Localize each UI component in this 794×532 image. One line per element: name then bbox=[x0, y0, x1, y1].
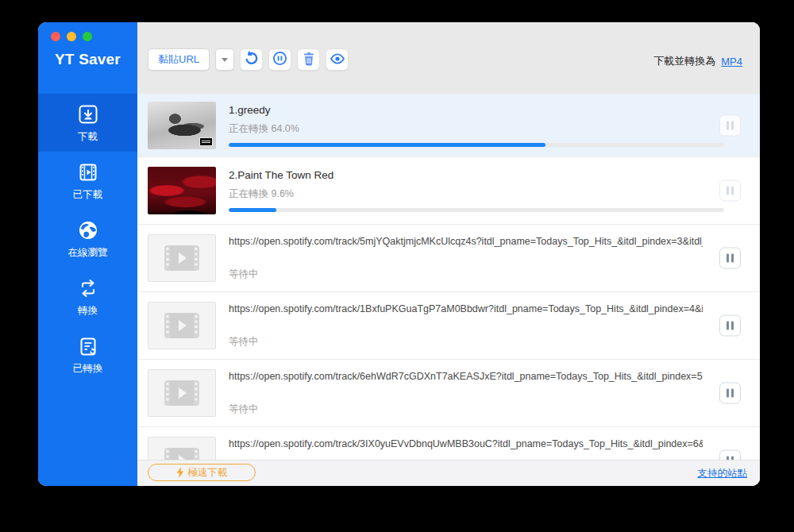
download-row[interactable]: https://open.spotify.com/track/1BxfuPKGu… bbox=[137, 292, 760, 360]
download-icon bbox=[76, 102, 100, 126]
waiting-status: 等待中 bbox=[229, 335, 760, 349]
minimize-window-button[interactable] bbox=[67, 32, 76, 41]
source-url: https://open.spotify.com/track/3IX0yuEVv… bbox=[229, 438, 703, 449]
thumbnail-greedy bbox=[148, 102, 216, 149]
download-row[interactable]: https://open.spotify.com/track/6ehWdR7cG… bbox=[137, 360, 760, 427]
preview-button[interactable] bbox=[326, 48, 349, 71]
pause-button[interactable] bbox=[719, 450, 741, 461]
close-window-button[interactable] bbox=[51, 32, 60, 41]
placeholder-thumbnail bbox=[148, 369, 216, 417]
refresh-icon bbox=[244, 51, 259, 68]
turbo-download-label: 極速下載 bbox=[188, 466, 228, 480]
pause-button[interactable] bbox=[719, 180, 741, 202]
paste-url-button[interactable]: 黏貼URL bbox=[148, 48, 210, 71]
sidebar-item-downloaded[interactable]: 已下載 bbox=[38, 152, 137, 210]
download-row[interactable]: 1.greedy 正在轉換 64.0% bbox=[137, 94, 760, 157]
traffic-lights bbox=[51, 32, 92, 41]
pause-button[interactable] bbox=[719, 248, 741, 269]
download-row[interactable]: https://open.spotify.com/track/5mjYQaktj… bbox=[137, 225, 760, 292]
sidebar-item-label: 已下載 bbox=[73, 188, 103, 202]
pause-icon bbox=[727, 254, 729, 263]
trash-icon bbox=[302, 52, 316, 68]
film-placeholder-icon bbox=[164, 447, 200, 460]
pause-icon bbox=[727, 187, 729, 195]
placeholder-thumbnail bbox=[148, 302, 216, 349]
delete-button[interactable] bbox=[297, 48, 320, 71]
sidebar-item-converted[interactable]: 已轉換 bbox=[38, 326, 137, 384]
pause-button[interactable] bbox=[719, 315, 741, 337]
source-url: https://open.spotify.com/track/1BxfuPKGu… bbox=[229, 303, 703, 314]
parental-advisory-label bbox=[199, 137, 213, 146]
downloaded-videos-icon bbox=[76, 160, 100, 184]
sidebar-item-download[interactable]: 下載 bbox=[38, 94, 137, 152]
progress-fill bbox=[229, 143, 545, 147]
pause-button[interactable] bbox=[719, 383, 741, 404]
main-area: 黏貼URL bbox=[137, 22, 760, 486]
eye-icon bbox=[330, 51, 345, 69]
track-title: 2.Paint The Town Red bbox=[229, 169, 760, 181]
sidebar-item-convert[interactable]: 轉換 bbox=[38, 268, 137, 326]
conversion-status: 正在轉換 64.0% bbox=[229, 122, 760, 136]
lightning-icon bbox=[176, 467, 184, 478]
app-logo: YT Saver bbox=[55, 51, 121, 68]
toolbar: 黏貼URL bbox=[137, 22, 760, 94]
source-url: https://open.spotify.com/track/5mjYQaktj… bbox=[229, 236, 703, 247]
sidebar-item-label: 轉換 bbox=[78, 304, 98, 318]
pause-button[interactable] bbox=[719, 114, 741, 136]
download-row[interactable]: https://open.spotify.com/track/3IX0yuEVv… bbox=[137, 427, 760, 460]
waiting-status: 等待中 bbox=[229, 268, 760, 281]
download-row[interactable]: 2.Paint The Town Red 正在轉換 9.6% bbox=[137, 157, 760, 225]
film-placeholder-icon bbox=[164, 312, 200, 339]
turbo-download-button[interactable]: 極速下載 bbox=[148, 464, 256, 481]
sidebar: YT Saver 下載 bbox=[38, 22, 137, 486]
placeholder-thumbnail bbox=[148, 234, 216, 282]
format-select-link[interactable]: MP4 bbox=[721, 56, 742, 67]
convert-to-label: 下載並轉換為 bbox=[653, 54, 715, 68]
sidebar-nav: 下載 已下載 bbox=[38, 94, 137, 384]
pause-icon bbox=[727, 322, 729, 330]
globe-icon bbox=[76, 218, 100, 242]
chevron-down-icon bbox=[222, 58, 228, 62]
sidebar-item-label: 在線瀏覽 bbox=[68, 246, 108, 260]
pause-icon bbox=[727, 121, 729, 129]
waiting-status: 等待中 bbox=[229, 403, 760, 416]
pause-circle-icon bbox=[272, 51, 287, 68]
converted-files-icon bbox=[76, 334, 100, 358]
source-url: https://open.spotify.com/track/6ehWdR7cG… bbox=[229, 371, 703, 382]
paste-url-dropdown-button[interactable] bbox=[215, 48, 234, 71]
sidebar-item-label: 已轉換 bbox=[73, 362, 103, 376]
footer-bar: 極速下載 支持的站點 bbox=[137, 460, 760, 486]
progress-bar bbox=[229, 208, 724, 212]
film-placeholder-icon bbox=[164, 380, 200, 407]
thumbnail-paint-the-town-red bbox=[148, 167, 216, 214]
pause-icon bbox=[727, 389, 729, 398]
zoom-window-button[interactable] bbox=[83, 32, 92, 41]
refresh-button[interactable] bbox=[240, 48, 263, 71]
progress-bar bbox=[229, 143, 724, 147]
track-title: 1.greedy bbox=[229, 104, 760, 116]
sidebar-item-online-browse[interactable]: 在線瀏覽 bbox=[38, 210, 137, 268]
download-list: 1.greedy 正在轉換 64.0% 2.Paint The Town Red… bbox=[137, 94, 760, 460]
conversion-status: 正在轉換 9.6% bbox=[229, 187, 760, 201]
film-placeholder-icon bbox=[164, 245, 200, 272]
supported-sites-link[interactable]: 支持的站點 bbox=[698, 467, 748, 480]
app-window: YT Saver 下載 bbox=[38, 22, 760, 486]
sidebar-item-label: 下載 bbox=[78, 130, 98, 144]
progress-fill bbox=[229, 208, 276, 212]
placeholder-thumbnail bbox=[148, 437, 216, 460]
convert-icon bbox=[76, 276, 100, 300]
pause-all-button[interactable] bbox=[268, 48, 291, 71]
